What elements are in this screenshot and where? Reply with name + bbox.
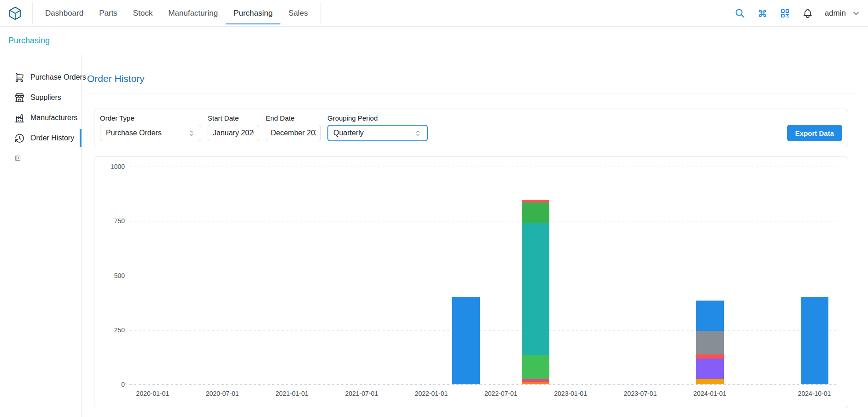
- tab-stock[interactable]: Stock: [125, 2, 161, 24]
- order-type-value: Purchase Orders: [106, 129, 187, 137]
- grouping-period-label: Grouping Period: [327, 114, 428, 122]
- sidebar-item-manufacturers[interactable]: Manufacturers: [0, 108, 81, 128]
- x-axis-tick-label: 2020-07-01: [206, 390, 239, 397]
- grouping-period-value: Quarterly: [333, 129, 414, 137]
- start-date-field: Start Date January 2020: [208, 114, 259, 141]
- end-date-label: End Date: [266, 114, 321, 122]
- gridline: [129, 330, 838, 330]
- gridline: [129, 167, 838, 167]
- start-date-label: Start Date: [208, 114, 259, 122]
- app-logo-icon: [8, 6, 23, 21]
- navbar-actions: admin: [734, 8, 861, 19]
- search-icon[interactable]: [734, 8, 746, 19]
- chart-plot-area: 025050075010002020-01-012020-07-012021-0…: [129, 167, 838, 384]
- command-icon[interactable]: [757, 8, 768, 19]
- bar-segment: [452, 297, 480, 384]
- sidebar-item-label: Purchase Orders: [30, 73, 86, 81]
- sidebar: Purchase Orders Suppliers Manufacturers: [0, 55, 82, 417]
- bar-segment: [696, 301, 724, 330]
- sidebar-item-label: Suppliers: [30, 93, 61, 102]
- filter-panel: Order Type Purchase Orders Start Date Ja…: [94, 109, 848, 147]
- order-type-label: Order Type: [100, 114, 201, 122]
- top-navbar: Dashboard Parts Stock Manufacturing Purc…: [0, 0, 868, 27]
- x-axis-tick-label: 2021-07-01: [345, 390, 378, 397]
- y-axis-tick-label: 750: [114, 217, 125, 225]
- grouping-period-field: Grouping Period Quarterly: [327, 114, 428, 141]
- order-type-select[interactable]: Purchase Orders: [100, 125, 201, 141]
- user-menu[interactable]: admin: [825, 9, 861, 18]
- sidebar-item-suppliers[interactable]: Suppliers: [0, 87, 81, 108]
- main-nav-tabs: Dashboard Parts Stock Manufacturing Purc…: [32, 2, 321, 24]
- bar-segment: [522, 355, 549, 380]
- bar-segment: [696, 379, 724, 384]
- order-history-chart-card: 025050075010002020-01-012020-07-012021-0…: [94, 156, 848, 408]
- x-axis-tick-label: 2023-01-01: [554, 390, 587, 397]
- building-store-icon: [14, 93, 25, 103]
- x-axis-tick-label: 2020-01-01: [136, 390, 169, 397]
- gridline: [129, 276, 838, 276]
- shopping-cart-icon: [14, 72, 25, 83]
- sidebar-collapse-icon[interactable]: [14, 155, 21, 162]
- history-icon: [14, 133, 25, 144]
- end-date-input[interactable]: December 2024: [266, 125, 321, 141]
- breadcrumb-bar: Purchasing: [0, 27, 868, 55]
- tab-manufacturing[interactable]: Manufacturing: [160, 2, 226, 24]
- selector-chevrons-icon: [414, 129, 422, 137]
- bar-segment: [801, 297, 828, 384]
- content-area: Purchase Orders Suppliers Manufacturers: [0, 55, 868, 417]
- sidebar-item-label: Manufacturers: [30, 114, 77, 122]
- bar-segment: [522, 379, 549, 382]
- bar-segment: [522, 223, 549, 355]
- breadcrumb-purchasing[interactable]: Purchasing: [8, 36, 50, 46]
- grouping-period-select[interactable]: Quarterly: [327, 125, 428, 141]
- start-date-value: January 2020: [213, 129, 254, 137]
- selector-chevrons-icon: [187, 129, 195, 137]
- app-logo[interactable]: [7, 6, 23, 21]
- bar-segment: [696, 354, 724, 359]
- x-axis-tick-label: 2022-07-01: [484, 390, 518, 397]
- y-axis-tick-label: 1000: [111, 163, 125, 170]
- x-axis-tick-label: 2021-01-01: [275, 390, 309, 397]
- chevron-down-icon: [851, 9, 861, 18]
- sidebar-item-order-history[interactable]: Order History: [0, 128, 81, 148]
- gridline: [129, 221, 838, 221]
- x-axis-tick-label: 2023-07-01: [624, 390, 657, 397]
- tab-sales[interactable]: Sales: [280, 2, 316, 24]
- x-axis-tick-label: 2022-01-01: [415, 390, 448, 397]
- y-axis-tick-label: 250: [114, 326, 125, 334]
- username: admin: [825, 9, 846, 18]
- bar-segment: [522, 382, 549, 384]
- start-date-input[interactable]: January 2020: [208, 125, 259, 141]
- tab-purchasing[interactable]: Purchasing: [226, 2, 280, 24]
- bar-segment: [522, 203, 549, 223]
- order-type-field: Order Type Purchase Orders: [100, 114, 201, 141]
- factory-icon: [14, 113, 25, 123]
- y-axis-tick-label: 500: [114, 272, 125, 279]
- end-date-field: End Date December 2024: [266, 114, 321, 141]
- title-divider: [87, 93, 855, 93]
- main-panel: Order History Order Type Purchase Orders…: [82, 55, 868, 417]
- x-axis-tick-label: 2024-10-01: [798, 390, 831, 397]
- y-axis-tick-label: 0: [121, 381, 125, 388]
- page-title: Order History: [87, 73, 855, 85]
- qrcode-icon[interactable]: [780, 8, 791, 19]
- bell-icon[interactable]: [802, 8, 813, 19]
- tab-parts[interactable]: Parts: [91, 2, 125, 24]
- export-data-button[interactable]: Export Data: [787, 125, 842, 141]
- x-axis-tick-label: 2024-01-01: [693, 390, 727, 397]
- sidebar-item-purchase-orders[interactable]: Purchase Orders: [0, 67, 81, 87]
- bar-segment: [696, 359, 724, 379]
- bar-segment: [696, 331, 724, 354]
- tab-dashboard[interactable]: Dashboard: [37, 2, 91, 24]
- gridline: [129, 384, 838, 385]
- end-date-value: December 2024: [271, 129, 316, 137]
- sidebar-item-label: Order History: [30, 134, 74, 142]
- bar-segment: [522, 200, 549, 203]
